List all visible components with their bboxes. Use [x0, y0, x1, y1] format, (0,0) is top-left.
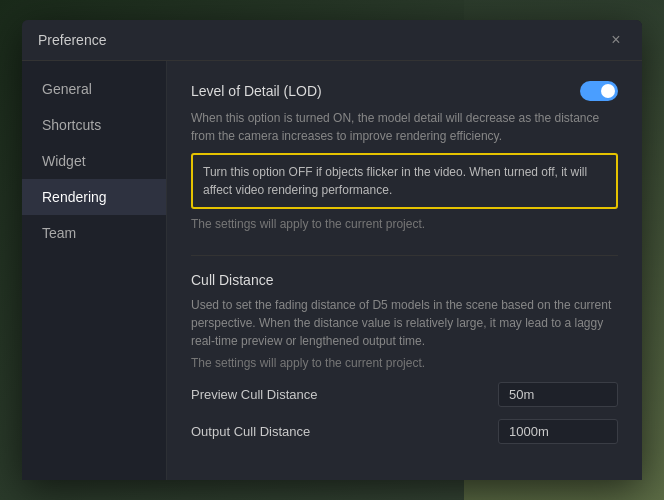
- sidebar-item-general[interactable]: General: [22, 71, 166, 107]
- lod-description: When this option is turned ON, the model…: [191, 109, 618, 145]
- cull-title: Cull Distance: [191, 272, 618, 288]
- cull-apply-note: The settings will apply to the current p…: [191, 356, 618, 370]
- cull-description: Used to set the fading distance of D5 mo…: [191, 296, 618, 350]
- lod-apply-note: The settings will apply to the current p…: [191, 217, 618, 231]
- close-button[interactable]: ×: [606, 30, 626, 50]
- lod-title: Level of Detail (LOD): [191, 83, 322, 99]
- preference-dialog: Preference × General Shortcuts Widget Re…: [22, 20, 642, 480]
- toggle-thumb: [601, 84, 615, 98]
- lod-header-row: Level of Detail (LOD): [191, 81, 618, 101]
- sidebar-item-shortcuts[interactable]: Shortcuts: [22, 107, 166, 143]
- cull-section: Cull Distance Used to set the fading dis…: [191, 272, 618, 444]
- output-cull-label: Output Cull Distance: [191, 424, 310, 439]
- preview-cull-label: Preview Cull Distance: [191, 387, 317, 402]
- output-cull-input[interactable]: 1000m: [498, 419, 618, 444]
- sidebar-item-team[interactable]: Team: [22, 215, 166, 251]
- lod-section: Level of Detail (LOD) When this option i…: [191, 81, 618, 231]
- output-cull-row: Output Cull Distance 1000m: [191, 419, 618, 444]
- dialog-title: Preference: [38, 32, 106, 48]
- lod-highlight-text: Turn this option OFF if objects flicker …: [203, 163, 606, 199]
- sidebar-item-rendering[interactable]: Rendering: [22, 179, 166, 215]
- lod-highlight-box: Turn this option OFF if objects flicker …: [191, 153, 618, 209]
- preview-cull-input[interactable]: 50m: [498, 382, 618, 407]
- section-divider: [191, 255, 618, 256]
- main-content: Level of Detail (LOD) When this option i…: [167, 61, 642, 480]
- dialog-body: General Shortcuts Widget Rendering Team …: [22, 61, 642, 480]
- preview-cull-row: Preview Cull Distance 50m: [191, 382, 618, 407]
- lod-toggle[interactable]: [580, 81, 618, 101]
- sidebar: General Shortcuts Widget Rendering Team: [22, 61, 167, 480]
- toggle-track: [580, 81, 618, 101]
- sidebar-item-widget[interactable]: Widget: [22, 143, 166, 179]
- title-bar: Preference ×: [22, 20, 642, 61]
